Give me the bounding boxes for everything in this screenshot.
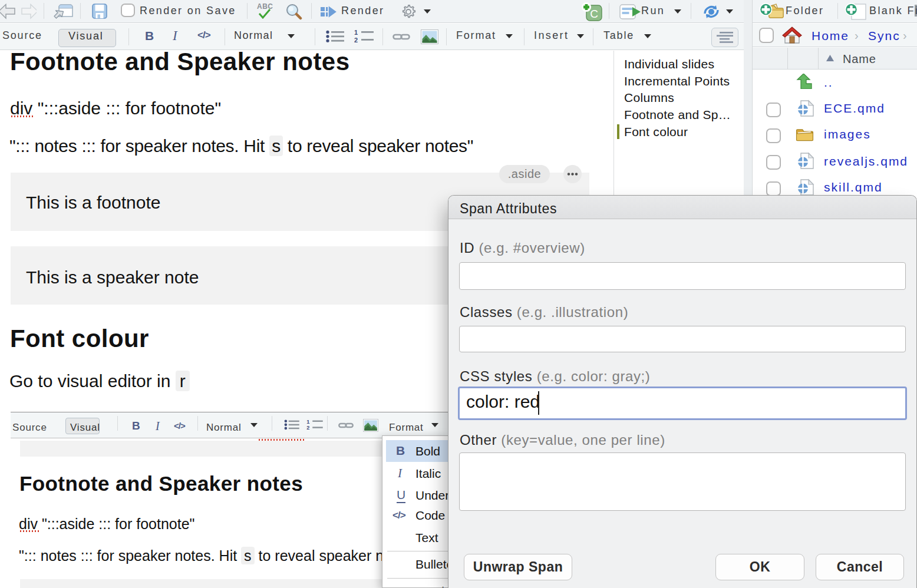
svg-text:1: 1 [306,419,309,425]
svg-text:1: 1 [354,29,358,36]
svg-text:2: 2 [306,425,309,431]
svg-text:C: C [590,8,598,20]
svg-text:2: 2 [354,37,358,44]
